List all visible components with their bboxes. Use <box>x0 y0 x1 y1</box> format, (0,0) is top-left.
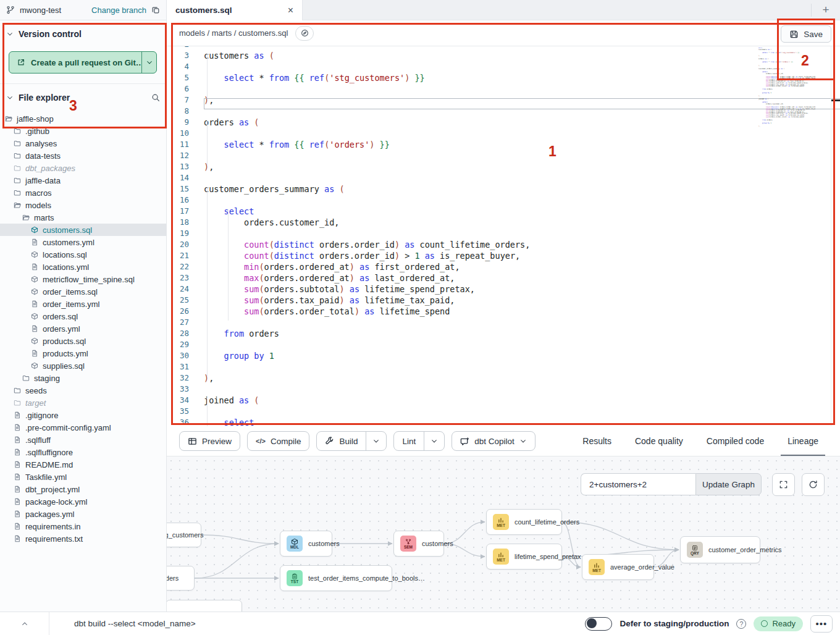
code-line-11: 11 select * from {{ ref('orders') }} <box>167 139 840 150</box>
tree-item-supplies-sql[interactable]: supplies.sql <box>0 360 166 372</box>
dbt-copilot-button[interactable]: dbt Copilot <box>452 431 536 451</box>
file-explorer-header[interactable]: File explorer <box>0 84 166 109</box>
lineage-node-count_lifetime_orders[interactable]: METcount_lifetime_orders <box>486 509 562 535</box>
tree-item-jaffle-data[interactable]: jaffle-data <box>0 174 166 187</box>
expand-command-bar-button[interactable] <box>0 612 49 635</box>
lineage-canvas[interactable]: 2+customers+2 Update Graph MDLstg_custom… <box>167 456 840 612</box>
tree-item-data-tests[interactable]: data-tests <box>0 149 166 162</box>
tree-item-macros[interactable]: macros <box>0 187 166 199</box>
lineage-node-lifetime_spend_pretax[interactable]: METlifetime_spend_pretax <box>486 544 562 570</box>
tree-item-analyses[interactable]: analyses <box>0 137 166 149</box>
lint-dropdown[interactable] <box>424 432 444 450</box>
tree-item-dbt-project-yml[interactable]: dbt_project.yml <box>0 483 166 495</box>
tree-item--gitignore[interactable]: .gitignore <box>0 409 166 421</box>
lineage-node-orders[interactable]: MDLorders <box>167 566 195 591</box>
tab-compiled-code[interactable]: Compiled code <box>697 426 773 456</box>
lint-button[interactable]: Lint <box>393 431 445 451</box>
git-branch-icon <box>6 6 15 14</box>
tree-item-marts[interactable]: marts <box>0 211 166 224</box>
build-button[interactable]: Build <box>316 431 387 451</box>
tree-item-products-sql[interactable]: products.sql <box>0 335 166 347</box>
tree-item-customers-sql[interactable]: customers.sql <box>0 224 166 236</box>
copy-icon[interactable] <box>151 6 160 14</box>
tree-item-seeds[interactable]: seeds <box>0 384 166 397</box>
editor-minimap[interactable]: withcustomers as ( select * from {{ ref(… <box>758 48 815 128</box>
tree-item-requirements-in[interactable]: requirements.in <box>0 520 166 532</box>
tab-customers-sql[interactable]: customers.sql × <box>167 0 303 20</box>
tree-item-orders-sql[interactable]: orders.sql <box>0 310 166 322</box>
search-icon[interactable] <box>151 93 160 102</box>
file-icon <box>14 411 21 419</box>
create-pr-button[interactable]: Create a pull request on Git… <box>9 51 157 74</box>
defer-label: Defer to staging/production <box>620 619 729 628</box>
tree-item-readme-md[interactable]: README.md <box>0 458 166 471</box>
tree-item--sqlfluff[interactable]: .sqlfluff <box>0 434 166 446</box>
file-icon <box>14 424 21 431</box>
refresh-button[interactable] <box>802 473 825 496</box>
help-icon[interactable]: ? <box>736 619 746 629</box>
tree-item--pre-commit-config-yaml[interactable]: .pre-commit-config.yaml <box>0 421 166 434</box>
tree-item-order-items-yml[interactable]: order_items.yml <box>0 298 166 310</box>
compass-icon <box>301 29 309 37</box>
copilot-breadcrumb-button[interactable] <box>295 26 314 41</box>
tree-item-packages-yml[interactable]: packages.yml <box>0 508 166 520</box>
more-options-button[interactable]: ••• <box>810 615 833 633</box>
tree-item-label: jaffle-data <box>25 176 61 185</box>
tree-item-taskfile-yml[interactable]: Taskfile.yml <box>0 471 166 483</box>
tree-item-dbt-packages[interactable]: dbt_packages <box>0 162 166 174</box>
line-number: 31 <box>167 361 204 372</box>
tree-item--github[interactable]: .github <box>0 125 166 137</box>
code-line-4: 4 <box>167 61 840 72</box>
minimap-divider <box>831 46 831 426</box>
code-editor[interactable]: 23customers as (45 select * from {{ ref(… <box>167 46 840 426</box>
tree-item-order-items-sql[interactable]: order_items.sql <box>0 285 166 298</box>
lineage-node-average_order_value[interactable]: METaverage_order_value <box>582 554 654 580</box>
build-dropdown[interactable] <box>366 432 386 450</box>
folder-open-icon <box>22 214 30 221</box>
tree-item-customers-yml[interactable]: customers.yml <box>0 236 166 248</box>
tree-item-locations-sql[interactable]: locations.sql <box>0 248 166 261</box>
version-control-header[interactable]: Version control <box>0 20 166 45</box>
compile-button[interactable]: </>Compile <box>247 431 309 451</box>
tree-item-products-yml[interactable]: products.yml <box>0 347 166 360</box>
button-label: Build <box>339 437 358 446</box>
line-number: 16 <box>167 195 204 206</box>
lineage-selector-input[interactable]: 2+customers+2 <box>581 473 695 495</box>
scrollbar-position-marker[interactable] <box>831 99 840 101</box>
tree-item-orders-yml[interactable]: orders.yml <box>0 322 166 335</box>
update-graph-button[interactable]: Update Graph <box>695 473 762 495</box>
tree-item-metricflow-time-spine-sql[interactable]: metricflow_time_spine.sql <box>0 273 166 285</box>
lineage-node-customer_order_metrics[interactable]: QRYcustomer_order_metrics <box>680 536 760 563</box>
tree-item-label: orders.sql <box>43 312 78 321</box>
line-number: 20 <box>167 239 204 250</box>
code-line-14: 14 <box>167 172 840 183</box>
tree-item--sqlfluffignore[interactable]: .sqlfluffignore <box>0 446 166 458</box>
tree-item-staging[interactable]: staging <box>0 372 166 384</box>
command-hint[interactable]: dbt build --select <model_name> <box>74 619 196 628</box>
tree-item-models[interactable]: models <box>0 199 166 211</box>
tree-item-requirements-txt[interactable]: requirements.txt <box>0 532 166 545</box>
change-branch-link[interactable]: Change branch <box>91 6 146 15</box>
defer-toggle[interactable] <box>585 617 612 631</box>
fullscreen-button[interactable] <box>772 473 795 496</box>
lineage-node-partial_node[interactable] <box>167 600 242 612</box>
tree-item-package-lock-yml[interactable]: package-lock.yml <box>0 495 166 508</box>
tree-item-target[interactable]: target <box>0 397 166 409</box>
lineage-node-customers_sem[interactable]: SEMcustomers <box>393 531 444 557</box>
tab-code-quality[interactable]: Code quality <box>626 426 692 456</box>
lineage-node-customers_mdl[interactable]: MDLcustomers <box>280 531 332 557</box>
tree-item-jaffle-shop[interactable]: jaffle-shop <box>0 112 166 125</box>
tree-item-label: supplies.sql <box>43 361 85 371</box>
lineage-node-test_bools[interactable]: TSTtest_order_items_compute_to_bools… <box>280 565 392 591</box>
save-button[interactable]: Save <box>781 25 831 43</box>
new-tab-button[interactable]: + <box>812 0 840 20</box>
lineage-node-stg_customers[interactable]: MDLstg_customers <box>167 523 201 547</box>
tree-item-label: .sqlfluffignore <box>25 448 73 457</box>
lineage-edge <box>195 544 279 578</box>
create-pr-dropdown[interactable] <box>141 52 156 73</box>
tab-lineage[interactable]: Lineage <box>778 426 828 456</box>
preview-button[interactable]: Preview <box>179 431 240 451</box>
close-icon[interactable]: × <box>288 6 293 15</box>
tab-results[interactable]: Results <box>573 426 621 456</box>
tree-item-locations-yml[interactable]: locations.yml <box>0 261 166 273</box>
